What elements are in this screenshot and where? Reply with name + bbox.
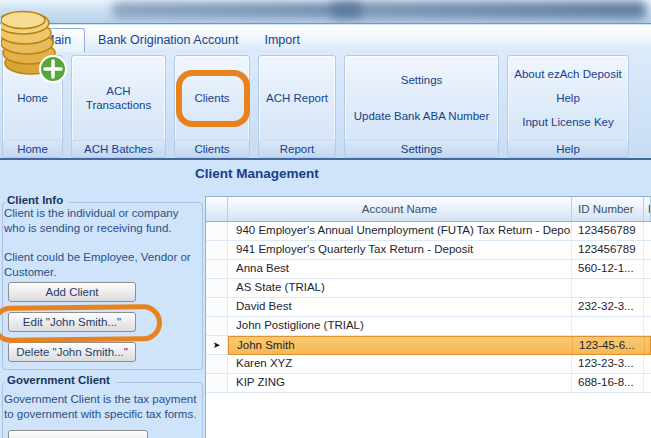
account-name-cell: AS State (TRIAL) <box>228 279 572 297</box>
table-row[interactable]: Anna Best 560-12-1... <box>206 260 651 279</box>
ezach-deposit-window: Main Bank Origination Account Import Hom… <box>0 0 651 438</box>
row-selector-cell <box>206 298 228 317</box>
id-number-cell <box>572 279 644 297</box>
ribbon-group-clients-caption: Clients <box>175 140 249 157</box>
table-body: 940 Employer's Annual Unemployment (FUTA… <box>206 222 651 393</box>
routing-cell <box>645 337 650 354</box>
routing-cell <box>644 279 651 297</box>
delete-john-smith-button[interactable]: Delete "John Smith..." <box>8 342 136 362</box>
government-client-description: Government Client is the tax payment to … <box>4 392 206 421</box>
id-number-column-header[interactable]: ID Number <box>572 197 644 221</box>
title-bar <box>0 0 651 24</box>
routing-cell <box>644 241 651 259</box>
account-name-cell: Anna Best <box>228 260 572 278</box>
page-title: Client Management <box>195 166 319 181</box>
client-info-caption: Client Info <box>5 194 69 206</box>
row-selector-cell <box>206 260 228 279</box>
clipped-bottom-button[interactable] <box>8 430 148 438</box>
clients-table: Account Name ID Number Ro 940 Employer's… <box>205 196 651 438</box>
ribbon-group-help-caption: Help <box>508 140 628 157</box>
row-selector-cell <box>206 222 228 241</box>
client-management-page: Client Management Client Info Client is … <box>0 160 651 438</box>
update-bank-aba-number-button[interactable]: Update Bank ABA Number <box>347 107 496 125</box>
tab-import[interactable]: Import <box>251 29 312 52</box>
row-selector-cell <box>206 279 228 298</box>
table-row[interactable]: 940 Employer's Annual Unemployment (FUTA… <box>206 222 651 241</box>
row-selector-cell <box>206 317 228 336</box>
table-row[interactable]: Karen XYZ 123-23-3... <box>206 355 651 374</box>
ribbon-group-settings: Settings Update Bank ABA Number Settings <box>344 55 499 158</box>
edit-john-smith-button[interactable]: Edit "John Smith..." <box>8 312 136 332</box>
routing-cell <box>644 260 651 278</box>
id-number-cell: 688-16-8... <box>572 374 644 392</box>
ribbon-group-ach-batches-caption: ACH Batches <box>72 140 165 157</box>
id-number-cell: 123456789 <box>572 241 644 259</box>
blurred-title-text <box>112 2 362 18</box>
ribbon-group-help: About ezAch Deposit Help Input License K… <box>507 55 629 158</box>
account-name-cell: 941 Employer's Quarterly Tax Return - De… <box>228 241 572 259</box>
table-row[interactable]: KIP ZING 688-16-8... <box>206 374 651 393</box>
ribbon: Home Home ACH Transactions ACH Batches C… <box>0 52 651 158</box>
client-info-description-1: Client is the individual or company who … <box>4 206 198 235</box>
routing-cell <box>644 317 651 335</box>
table-row[interactable]: ➤ John Smith 123-45-6... <box>206 336 651 355</box>
clients-button[interactable]: Clients <box>175 89 249 107</box>
routing-cell <box>644 355 651 373</box>
ribbon-group-clients: Clients Clients <box>174 55 250 158</box>
government-client-caption: Government Client <box>5 374 116 386</box>
routing-cell <box>644 298 651 316</box>
id-number-cell: 560-12-1... <box>572 260 644 278</box>
tab-bank-origination-account[interactable]: Bank Origination Account <box>85 29 251 52</box>
blurred-window-controls <box>330 1 646 19</box>
account-name-cell: Karen XYZ <box>228 355 572 373</box>
id-number-cell: 232-32-3... <box>572 298 644 316</box>
id-number-cell: 123-45-6... <box>573 337 645 354</box>
row-selector-cell <box>206 241 228 260</box>
account-name-cell: David Best <box>228 298 572 316</box>
table-row[interactable]: John Postiglione (TRIAL) <box>206 317 651 336</box>
about-ezach-deposit-button[interactable]: About ezAch Deposit <box>510 65 626 83</box>
sidebar: Client Info Client is the individual or … <box>0 160 206 438</box>
table-row[interactable]: David Best 232-32-3... <box>206 298 651 317</box>
add-client-button[interactable]: Add Client <box>8 282 136 302</box>
client-info-description-2: Client could be Employee, Vendor or Cust… <box>4 250 204 279</box>
account-name-column-header[interactable]: Account Name <box>228 197 572 221</box>
coins-stack-icon[interactable] <box>1 1 73 89</box>
settings-button[interactable]: Settings <box>347 71 496 89</box>
input-license-key-button[interactable]: Input License Key <box>510 113 626 131</box>
account-name-cell: John Postiglione (TRIAL) <box>228 317 572 335</box>
ribbon-group-ach-batches: ACH Transactions ACH Batches <box>71 55 166 158</box>
ribbon-tab-strip: Main Bank Origination Account Import <box>0 25 651 52</box>
table-header-row: Account Name ID Number Ro <box>206 196 651 222</box>
row-selector-cell <box>206 355 228 374</box>
id-number-cell <box>572 317 644 335</box>
ribbon-group-report-caption: Report <box>259 140 335 157</box>
account-name-cell: KIP ZING <box>228 374 572 392</box>
ribbon-group-settings-caption: Settings <box>345 140 498 157</box>
id-number-cell: 123-23-3... <box>572 355 644 373</box>
routing-cell <box>644 222 651 240</box>
id-number-cell: 123456789 <box>572 222 644 240</box>
ach-transactions-button[interactable]: ACH Transactions <box>72 82 165 115</box>
routing-cell <box>644 374 651 392</box>
ribbon-group-report: ACH Report Report <box>258 55 336 158</box>
row-selector-column-header[interactable] <box>206 197 228 221</box>
routing-column-header-truncated[interactable]: Ro <box>644 197 651 221</box>
help-button[interactable]: Help <box>510 89 626 107</box>
account-name-cell: 940 Employer's Annual Unemployment (FUTA… <box>228 222 572 240</box>
table-row[interactable]: AS State (TRIAL) <box>206 279 651 298</box>
account-name-cell: John Smith <box>229 337 573 354</box>
row-selector-cell: ➤ <box>206 336 228 355</box>
ach-report-button[interactable]: ACH Report <box>259 89 335 107</box>
home-button[interactable]: Home <box>3 89 62 107</box>
ribbon-group-home-caption: Home <box>3 140 62 157</box>
table-row[interactable]: 941 Employer's Quarterly Tax Return - De… <box>206 241 651 260</box>
row-selector-cell <box>206 374 228 393</box>
